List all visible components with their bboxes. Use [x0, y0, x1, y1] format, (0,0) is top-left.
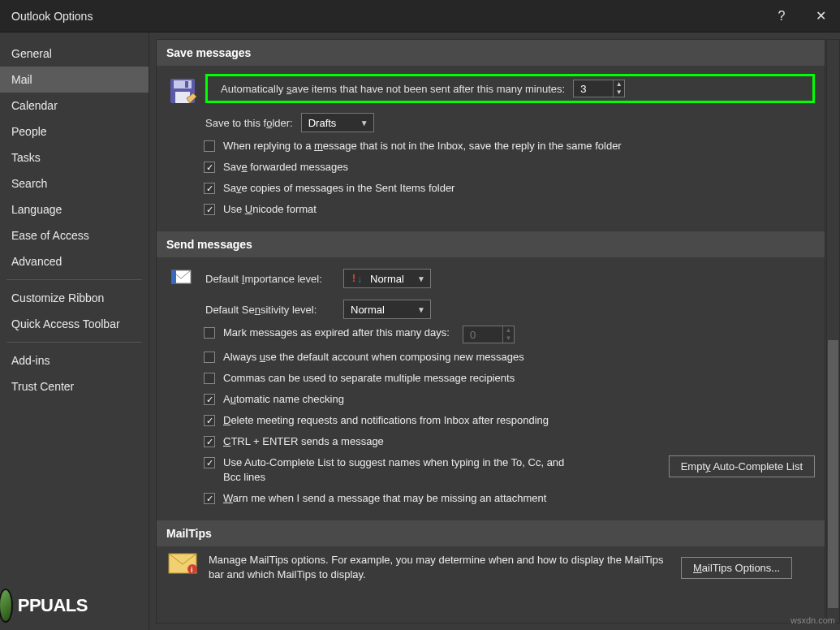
checkbox-always-default-account[interactable] — [204, 352, 215, 363]
checkbox-mark-expired[interactable] — [204, 327, 215, 339]
sidebar-item-customize-ribbon[interactable]: Customize Ribbon — [0, 285, 149, 311]
sidebar-item-addins[interactable]: Add-ins — [0, 347, 149, 373]
sidebar-item-mail[interactable]: Mail — [0, 67, 149, 93]
reply-same-folder-label: When replying to a message that is not i… — [223, 139, 622, 153]
checkbox-delete-meeting-requests[interactable] — [204, 415, 215, 426]
section-body-send: Default Importance level: !↓ Normal ▼ De… — [157, 257, 825, 520]
chevron-down-icon: ▼ — [417, 305, 425, 314]
checkbox-unicode[interactable] — [204, 204, 215, 215]
appuals-logo: PPUALS — [0, 586, 88, 625]
sidebar-divider — [6, 342, 142, 343]
mark-expired-label: Mark messages as expired after this many… — [223, 326, 450, 340]
spinner-down-icon[interactable]: ▼ — [614, 88, 624, 97]
sidebar-item-people[interactable]: People — [0, 119, 149, 145]
sidebar-item-general[interactable]: General — [0, 41, 149, 67]
window-title: Outlook Options — [11, 10, 762, 23]
checkbox-save-sent[interactable] — [204, 183, 215, 194]
mailtips-options-button[interactable]: MailTips Options... — [681, 557, 792, 579]
svg-rect-5 — [171, 270, 176, 283]
autocomplete-label: Use Auto-Complete List to suggest names … — [223, 455, 580, 485]
checkbox-ctrl-enter-send[interactable] — [204, 436, 215, 447]
commas-label: Commas can be used to separate multiple … — [223, 371, 515, 386]
svg-text:↓: ↓ — [357, 274, 362, 285]
checkbox-save-forwarded[interactable] — [204, 162, 215, 173]
logo-text: PPUALS — [18, 595, 88, 616]
svg-rect-1 — [174, 80, 192, 88]
logo-circle-icon — [0, 589, 13, 623]
scrollbar-thumb[interactable] — [828, 340, 838, 608]
dropdown-value: Normal — [351, 304, 411, 316]
save-sent-label: Save copies of messages in the Sent Item… — [223, 181, 454, 196]
checkbox-autocomplete-list[interactable] — [204, 457, 215, 468]
titlebar: Outlook Options ? ✕ — [0, 0, 840, 32]
section-header-send-messages: Send messages — [157, 231, 825, 257]
send-mail-icon — [171, 269, 194, 285]
main-panel: Save messages — [149, 32, 840, 630]
checkbox-commas-separate[interactable] — [204, 373, 215, 384]
spinner-down-icon: ▼ — [503, 334, 514, 343]
sidebar-item-trust-center[interactable]: Trust Center — [0, 373, 149, 399]
autosave-minutes-spinner[interactable]: ▲▼ — [573, 80, 625, 97]
save-to-folder-label: Save to this folder: — [205, 117, 293, 129]
mailtips-body: i Manage MailTips options. For example, … — [157, 546, 825, 589]
spinner-up-icon: ▲ — [503, 326, 514, 334]
vertical-scrollbar[interactable] — [826, 39, 840, 624]
save-forwarded-label: Save forwarded messages — [223, 160, 348, 175]
delete-meeting-label: Delete meeting requests and notification… — [223, 413, 549, 428]
help-icon: ? — [778, 9, 786, 24]
close-icon: ✕ — [816, 8, 826, 24]
dialog-content: General Mail Calendar People Tasks Searc… — [0, 32, 840, 630]
help-button[interactable]: ? — [762, 0, 801, 32]
checkbox-auto-name-check[interactable] — [204, 394, 215, 405]
svg-text:i: i — [191, 566, 193, 574]
spinner-up-icon[interactable]: ▲ — [614, 80, 624, 88]
checkbox-reply-same-folder[interactable] — [204, 140, 215, 152]
sidebar-item-advanced[interactable]: Advanced — [0, 248, 149, 274]
watermark: wsxdn.com — [790, 615, 835, 625]
importance-icon: !↓ — [351, 272, 364, 285]
section-header-mailtips: MailTips — [157, 520, 825, 546]
importance-label: Default Importance level: — [205, 273, 335, 285]
chevron-down-icon: ▼ — [417, 274, 425, 283]
highlight-autosave: Automatically save items that have not b… — [205, 74, 815, 103]
importance-dropdown[interactable]: !↓ Normal ▼ — [343, 269, 431, 288]
unicode-label: Use Unicode format — [223, 202, 317, 217]
dropdown-value: Normal — [370, 273, 411, 285]
sidebar-divider — [6, 279, 142, 280]
ctrl-enter-label: CTRL + ENTER sends a message — [223, 434, 384, 449]
expired-days-input — [463, 327, 502, 343]
dropdown-value: Drafts — [308, 117, 354, 129]
sidebar-item-calendar[interactable]: Calendar — [0, 93, 149, 119]
empty-autocomplete-button[interactable]: Empty Auto-Complete List — [669, 455, 815, 477]
always-default-label: Always use the default account when comp… — [223, 350, 524, 365]
section-header-save-messages: Save messages — [157, 40, 825, 66]
svg-text:!: ! — [352, 273, 355, 284]
autosave-minutes-input[interactable] — [574, 81, 613, 97]
close-button[interactable]: ✕ — [801, 0, 840, 32]
sensitivity-label: Default Sensitivity level: — [205, 304, 335, 316]
sidebar-item-quick-access-toolbar[interactable]: Quick Access Toolbar — [0, 311, 149, 337]
expired-days-spinner: ▲▼ — [463, 326, 515, 343]
sidebar-item-ease-of-access[interactable]: Ease of Access — [0, 222, 149, 248]
sidebar-item-tasks[interactable]: Tasks — [0, 145, 149, 170]
checkbox-warn-attachment[interactable] — [204, 493, 215, 504]
sidebar-item-language[interactable]: Language — [0, 196, 149, 222]
sidebar-item-search[interactable]: Search — [0, 170, 149, 196]
sensitivity-dropdown[interactable]: Normal ▼ — [343, 300, 431, 319]
svg-rect-2 — [185, 81, 188, 88]
save-disk-icon — [169, 77, 196, 105]
chevron-down-icon: ▼ — [360, 119, 368, 127]
autosave-label: Automatically save items that have not b… — [221, 83, 565, 95]
warn-attachment-label: Warn me when I send a message that may b… — [223, 491, 546, 506]
auto-name-label: Automatic name checking — [223, 392, 344, 407]
section-body-save: Automatically save items that have not b… — [157, 66, 825, 231]
sidebar: General Mail Calendar People Tasks Searc… — [0, 32, 149, 630]
save-to-folder-dropdown[interactable]: Drafts ▼ — [301, 113, 374, 132]
mailtips-description: Manage MailTips options. For example, yo… — [209, 553, 671, 582]
envelope-info-icon: i — [168, 553, 197, 574]
main-scroll-area: Save messages — [156, 39, 825, 624]
